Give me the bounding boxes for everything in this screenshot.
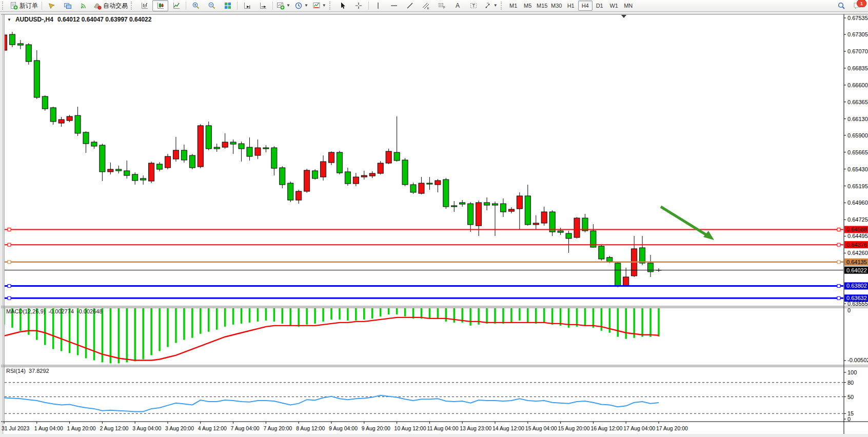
mt4-terminal-window: { "toolbar": { "new_order_label": "新订单",…	[0, 0, 868, 437]
candle-body	[361, 175, 367, 177]
candle-body	[566, 233, 571, 239]
candle-body	[214, 147, 220, 149]
price-tick-label: 0.67305	[847, 31, 868, 37]
symbol-period-label: AUDUSD-,H4	[15, 16, 53, 23]
line-handle[interactable]	[8, 243, 11, 246]
candle-body	[508, 209, 514, 211]
candle-body	[607, 257, 613, 262]
time-tick-label: 9 Aug 20:00	[362, 425, 390, 431]
candle-body	[230, 142, 236, 144]
candle-body	[198, 126, 203, 167]
price-tag-0.64135: 0.64135	[844, 259, 868, 266]
candle-body	[263, 148, 269, 149]
candle-body	[640, 248, 645, 263]
candle-body	[410, 185, 416, 192]
candle-body	[247, 147, 252, 156]
candle-body	[476, 203, 482, 226]
candle-body	[451, 206, 457, 207]
line-handle[interactable]	[8, 296, 11, 300]
candle-body	[492, 204, 498, 205]
candle-body	[42, 96, 48, 109]
macd-pane[interactable]	[4, 308, 844, 365]
time-tick-label: 1 Aug 04:00	[34, 425, 63, 431]
candle-body	[525, 196, 530, 225]
time-tick-label: 17 Aug 04:00	[623, 425, 655, 431]
candle-body	[582, 218, 588, 231]
price-tag-0.63632: 0.63632	[844, 294, 868, 302]
time-tick-label: 7 Aug 20:00	[263, 425, 292, 431]
candle-body	[206, 126, 211, 149]
time-tick-label: 3 Aug 20:00	[165, 425, 194, 431]
candle-body	[288, 183, 293, 200]
price-tag-text: 0.63802	[846, 283, 867, 289]
candle-body	[75, 115, 81, 133]
time-tick-label: 13 Aug 23:00	[460, 425, 491, 431]
time-tick-label: 14 Aug 12:00	[492, 425, 524, 431]
price-tick-label: 0.64960	[847, 200, 868, 206]
candle-body	[321, 162, 326, 177]
candle-body	[468, 204, 474, 225]
candle-body	[549, 212, 555, 232]
candle-body	[83, 132, 89, 144]
chart-menu-triangle-icon[interactable]: ▼	[7, 17, 11, 22]
candle-body	[296, 191, 302, 200]
candle-body	[173, 150, 179, 159]
candle-body	[615, 263, 621, 286]
candle-body	[419, 183, 424, 193]
candle-body	[402, 160, 408, 185]
time-tick-label: 2 Aug 12:00	[100, 425, 128, 431]
candle-body	[329, 152, 334, 163]
time-tick-label: 9 Aug 04:00	[329, 425, 358, 431]
price-tick-label: 0.65900	[847, 132, 868, 138]
candle-body	[100, 145, 105, 172]
chart-title: ▼ AUDUSD-,H4 0.64012 0.64047 0.63997 0.6…	[7, 16, 151, 23]
line-handle[interactable]	[837, 243, 840, 246]
macd-indicator-label: MACD(12,26,9) -0.002774 -0.002648	[6, 308, 103, 314]
macd-signal-value: -0.002648	[77, 308, 103, 314]
time-tick-label: 4 Aug 12:00	[198, 425, 227, 431]
price-tick-label: 0.66600	[847, 82, 868, 88]
line-handle[interactable]	[837, 228, 840, 231]
candle-body	[574, 218, 580, 237]
price-tick-label: 0.67070	[847, 48, 868, 54]
candle-body	[280, 168, 285, 185]
macd-axis-max: 0	[847, 307, 851, 313]
price-tick-label: 0.65430	[847, 166, 868, 172]
candle-body	[255, 148, 261, 155]
time-tick-label: 8 Aug 12:00	[296, 425, 325, 431]
price-tag-text: 0.64376	[846, 242, 867, 248]
candle-body	[67, 116, 72, 121]
candle-body	[271, 148, 277, 168]
candle-body	[484, 203, 490, 205]
candle-body	[378, 163, 383, 173]
time-tick-label: 10 Aug 12:00	[394, 425, 426, 431]
time-tick-label: 7 Aug 04:00	[231, 425, 260, 431]
time-tick-label: 11 Aug 04:00	[427, 425, 458, 431]
candle-body	[599, 246, 604, 259]
candle-body	[108, 169, 113, 172]
candle-body	[435, 181, 441, 185]
macd-name: MACD(12,26,9)	[6, 308, 45, 314]
time-tick-label: 15 Aug 20:00	[558, 425, 590, 431]
candle-body	[427, 183, 432, 184]
rsi-level-label: 80	[847, 380, 854, 386]
candle-body	[648, 263, 654, 272]
price-tag-text: 0.63632	[846, 295, 867, 301]
line-handle[interactable]	[8, 228, 11, 231]
line-handle[interactable]	[837, 284, 840, 287]
line-handle[interactable]	[837, 261, 840, 264]
price-tag-text: 0.64588	[846, 226, 867, 232]
rsi-indicator-label: RSI(14) 37.8292	[6, 368, 49, 374]
chart-canvas[interactable]: 0.675350.673050.670700.668350.666000.663…	[0, 0, 868, 437]
candle-body	[337, 152, 342, 173]
rsi-level-label: 50	[847, 394, 854, 400]
line-handle[interactable]	[837, 296, 840, 300]
price-tick-label: 0.66835	[847, 65, 868, 71]
line-handle[interactable]	[8, 284, 11, 287]
price-tag-0.64376: 0.64376	[844, 241, 868, 248]
candle-body	[533, 223, 539, 225]
rsi-value: 37.8292	[29, 368, 49, 374]
price-tick-label: 0.65195	[847, 183, 868, 189]
time-tick-label: 17 Aug 20:00	[656, 425, 688, 431]
line-handle[interactable]	[8, 261, 11, 264]
